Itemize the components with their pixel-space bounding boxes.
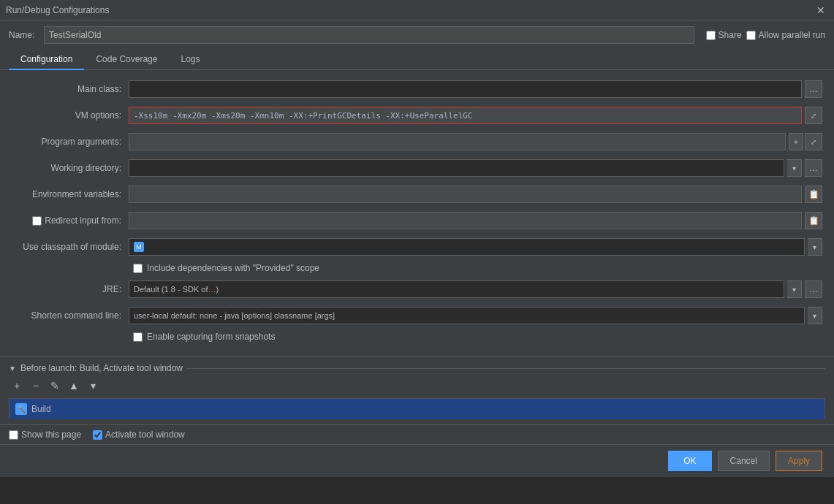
shorten-cmd-row: Shorten command line: user-local default… xyxy=(12,305,822,326)
jre-control: Default (1.8 - SDK of …) ▾ … xyxy=(129,280,822,298)
env-vars-control: 📋 xyxy=(129,186,822,203)
shorten-cmd-arrow[interactable]: ▾ xyxy=(808,307,822,324)
name-input[interactable] xyxy=(44,26,694,44)
name-label: Name: xyxy=(9,30,38,40)
apply-button[interactable]: Apply xyxy=(776,451,822,471)
activate-tool-window-text: Activate tool window xyxy=(105,429,185,440)
vm-options-row: VM options: ⤢ xyxy=(12,105,822,126)
classpath-row: Use classpath of module: M ▾ xyxy=(12,237,822,257)
env-vars-row: Environment variables: 📋 xyxy=(12,184,822,205)
program-args-input[interactable] xyxy=(129,133,786,150)
show-this-page-label[interactable]: Show this page xyxy=(9,429,81,440)
share-checkbox[interactable] xyxy=(706,31,716,40)
activate-tool-window-label[interactable]: Activate tool window xyxy=(93,429,185,440)
classpath-dropdown[interactable]: M xyxy=(129,238,805,256)
before-launch-up-button[interactable]: ▲ xyxy=(66,378,82,394)
title-bar: Run/Debug Configurations ✕ xyxy=(0,0,834,20)
include-deps-row: Include dependencies with "Provided" sco… xyxy=(133,263,822,273)
before-launch-text: Before launch: Build, Activate tool wind… xyxy=(20,363,183,373)
main-content: Main class: … VM options: ⤢ Program argu… xyxy=(0,70,834,356)
title-bar-text: Run/Debug Configurations xyxy=(6,5,814,15)
before-launch-remove-button[interactable]: − xyxy=(28,378,44,394)
jre-module: … xyxy=(208,285,216,294)
cancel-button[interactable]: Cancel xyxy=(718,451,770,471)
before-launch-down-button[interactable]: ▾ xyxy=(85,378,101,394)
redirect-control: 📋 xyxy=(129,212,822,229)
capture-snapshots-row: Enable capturing form snapshots xyxy=(133,332,822,342)
allow-parallel-label[interactable]: Allow parallel run xyxy=(746,30,825,40)
vm-options-input[interactable] xyxy=(129,107,802,124)
tab-configuration[interactable]: Configuration xyxy=(9,50,84,70)
program-args-add-button[interactable]: + xyxy=(789,133,803,150)
working-dir-label: Working directory: xyxy=(12,163,129,173)
redirect-browse-button[interactable]: 📋 xyxy=(805,212,822,229)
redirect-label: Redirect input from: xyxy=(12,215,129,226)
main-class-input[interactable] xyxy=(129,80,802,98)
program-args-label: Program arguments: xyxy=(12,137,129,147)
before-launch-toolbar: + − ✎ ▲ ▾ xyxy=(9,378,825,394)
working-dir-browse-button[interactable]: … xyxy=(805,159,822,177)
vm-options-control: ⤢ xyxy=(129,107,822,124)
include-deps-checkbox[interactable] xyxy=(133,264,143,273)
jre-prefix: Default (1.8 - SDK of xyxy=(134,285,208,294)
build-list-item[interactable]: 🔨 Build xyxy=(10,399,824,419)
before-launch-toggle[interactable]: ▼ xyxy=(9,364,16,373)
activate-tool-window-checkbox[interactable] xyxy=(93,430,102,440)
env-vars-input[interactable] xyxy=(129,186,802,203)
jre-row: JRE: Default (1.8 - SDK of …) ▾ … xyxy=(12,279,822,299)
shorten-cmd-value: user-local default: none - java [options… xyxy=(134,311,335,320)
program-args-expand-button[interactable]: ⤢ xyxy=(805,133,822,150)
working-dir-dropdown-arrow[interactable]: ▾ xyxy=(787,159,802,177)
working-dir-row: Working directory: ▾ … xyxy=(12,158,822,178)
capture-snapshots-checkbox[interactable] xyxy=(133,332,143,342)
before-launch-edit-button[interactable]: ✎ xyxy=(47,378,63,394)
classpath-dropdown-arrow[interactable]: ▾ xyxy=(808,238,822,256)
tabs-bar: Configuration Code Coverage Logs xyxy=(0,50,834,70)
before-launch-section: ▼ Before launch: Build, Activate tool wi… xyxy=(0,356,834,424)
allow-parallel-checkbox[interactable] xyxy=(746,31,756,40)
ok-button[interactable]: OK xyxy=(668,451,711,471)
before-launch-add-button[interactable]: + xyxy=(9,378,25,394)
include-deps-label[interactable]: Include dependencies with "Provided" sco… xyxy=(133,263,319,273)
build-icon: 🔨 xyxy=(15,403,27,415)
program-args-buttons: + ⤢ xyxy=(789,133,822,150)
shorten-cmd-dropdown[interactable]: user-local default: none - java [options… xyxy=(129,307,805,324)
main-class-browse-button[interactable]: … xyxy=(805,80,822,98)
share-checkbox-label[interactable]: Share xyxy=(706,30,742,40)
working-dir-control: ▾ … xyxy=(129,159,822,177)
footer: OK Cancel Apply xyxy=(0,444,834,477)
jre-dropdown-arrow[interactable]: ▾ xyxy=(787,280,802,298)
jre-suffix: ) xyxy=(216,285,219,294)
main-class-control: … xyxy=(129,80,822,98)
tab-code-coverage[interactable]: Code Coverage xyxy=(84,50,169,70)
vm-options-expand-button[interactable]: ⤢ xyxy=(805,107,822,124)
show-this-page-text: Show this page xyxy=(21,429,81,440)
share-row: Share Allow parallel run xyxy=(706,30,825,40)
capture-snapshots-label[interactable]: Enable capturing form snapshots xyxy=(133,332,275,342)
vm-options-label: VM options: xyxy=(12,110,129,121)
main-class-row: Main class: … xyxy=(12,79,822,99)
env-vars-browse-button[interactable]: 📋 xyxy=(805,186,822,203)
redirect-input[interactable] xyxy=(129,212,802,229)
classpath-control: M ▾ xyxy=(129,238,822,256)
bottom-options: Show this page Activate tool window xyxy=(0,424,834,444)
env-vars-label: Environment variables: xyxy=(12,189,129,199)
show-this-page-checkbox[interactable] xyxy=(9,430,18,440)
name-row: Name: Share Allow parallel run xyxy=(0,20,834,50)
jre-browse-button[interactable]: … xyxy=(805,280,822,298)
build-item-label: Build xyxy=(31,404,51,414)
shorten-cmd-label: Shorten command line: xyxy=(12,310,129,321)
tab-logs[interactable]: Logs xyxy=(169,50,211,70)
main-class-label: Main class: xyxy=(12,84,129,94)
before-launch-header: ▼ Before launch: Build, Activate tool wi… xyxy=(9,363,825,373)
jre-label: JRE: xyxy=(12,284,129,294)
allow-parallel-text: Allow parallel run xyxy=(759,30,825,40)
share-label: Share xyxy=(719,30,742,40)
working-dir-input[interactable] xyxy=(129,159,784,177)
redirect-checkbox[interactable] xyxy=(32,216,42,226)
program-args-control: + ⤢ xyxy=(129,133,822,150)
jre-dropdown[interactable]: Default (1.8 - SDK of …) xyxy=(129,280,784,298)
close-button[interactable]: ✕ xyxy=(814,4,828,16)
classpath-label: Use classpath of module: xyxy=(12,242,129,252)
before-launch-list: 🔨 Build xyxy=(9,398,825,419)
